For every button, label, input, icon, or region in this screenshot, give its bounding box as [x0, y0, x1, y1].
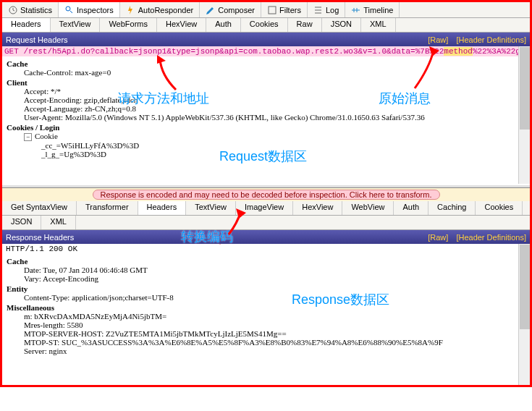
- header-definitions-link[interactable]: [Header Definitions]: [456, 35, 526, 44]
- svg-rect-2: [269, 7, 276, 14]
- clock-icon: [8, 5, 18, 15]
- response-headers-bar: Response Headers [Raw] [Header Definitio…: [2, 230, 530, 244]
- tree-item[interactable]: Content-Type: application/json;charset=U…: [24, 293, 525, 302]
- subtab-textview-resp[interactable]: TextView: [186, 201, 236, 215]
- tree-item[interactable]: MTOP-SERVER-HOST: Z2VuZTE5MTA1Mi5jbTMkMT…: [24, 329, 525, 338]
- subtab-json[interactable]: JSON: [322, 18, 361, 32]
- vertical-scrollbar[interactable]: [518, 244, 530, 385]
- subtab-auth-resp[interactable]: Auth: [394, 201, 428, 215]
- subtab-headers[interactable]: Headers: [2, 18, 51, 32]
- subtab-syntaxview[interactable]: Get SyntaxView: [2, 201, 77, 215]
- tree-item[interactable]: Server: nginx: [24, 347, 525, 355]
- tree-group-cache[interactable]: Cache: [7, 59, 525, 68]
- request-content-pane: GET /rest/h5Api.do?callback=jsonp1&type=…: [2, 46, 530, 184]
- main-tabbar: Statistics Inspectors AutoResponder Comp…: [2, 2, 530, 18]
- request-line-prefix: GET /rest/h5Api.do?callback=jsonp1&type=…: [4, 47, 444, 56]
- timeline-icon: [351, 5, 361, 15]
- tab-log[interactable]: Log: [308, 2, 345, 17]
- request-first-line[interactable]: GET /rest/h5Api.do?callback=jsonp1&type=…: [2, 46, 530, 56]
- request-headers-bar: Request Headers [Raw] [Header Definition…: [2, 33, 530, 46]
- response-status-line[interactable]: HTTP/1.1 200 OK: [2, 244, 530, 254]
- vertical-scrollbar[interactable]: [518, 46, 530, 184]
- bolt-icon: [126, 5, 136, 15]
- subtab-webforms[interactable]: WebForms: [100, 18, 157, 32]
- request-headers-tree: Cache Cache-Control: max-age=0 Client Ac…: [2, 56, 530, 160]
- tree-item[interactable]: User-Agent: Mozilla/5.0 (Windows NT 5.1)…: [24, 113, 525, 122]
- checkbox-icon: [267, 5, 277, 15]
- scroll-thumb[interactable]: [520, 245, 530, 329]
- response-subtabs: Get SyntaxView Transformer Headers TextV…: [2, 201, 530, 216]
- tab-autoresponder[interactable]: AutoResponder: [120, 2, 200, 17]
- tree-group-client[interactable]: Client: [7, 78, 525, 87]
- tab-composer[interactable]: Composer: [200, 2, 261, 17]
- decode-warning-bar: Response is encoded and may need to be d…: [2, 188, 530, 201]
- subtab-imageview[interactable]: ImageView: [236, 201, 293, 215]
- tree-item[interactable]: Date: Tue, 07 Jan 2014 06:46:48 GMT: [24, 266, 525, 274]
- tree-group-cookies[interactable]: Cookies / Login: [7, 123, 525, 132]
- subtab-json-resp[interactable]: JSON: [2, 216, 41, 229]
- raw-link-resp[interactable]: [Raw]: [428, 233, 448, 242]
- tab-label: Timeline: [363, 6, 393, 14]
- section-title: Response Headers: [6, 233, 74, 242]
- tree-group-cache-resp[interactable]: Cache: [7, 257, 525, 266]
- collapse-icon[interactable]: −: [24, 133, 32, 141]
- tab-label: Statistics: [20, 6, 52, 14]
- subtab-textview[interactable]: TextView: [51, 18, 101, 32]
- subtab-cookies[interactable]: Cookies: [241, 18, 288, 32]
- tab-timeline[interactable]: Timeline: [345, 2, 400, 17]
- tab-filters[interactable]: Filters: [261, 2, 308, 17]
- subtab-hexview[interactable]: HexView: [157, 18, 206, 32]
- tree-item[interactable]: Cache-Control: max-age=0: [24, 68, 525, 77]
- tree-item[interactable]: Mres-length: 5580: [24, 321, 525, 329]
- scroll-thumb[interactable]: [520, 47, 530, 130]
- tree-item[interactable]: m: bXRvcDAxMDA5NzEyMjA4Ni5jbTM=: [24, 312, 525, 321]
- subtab-xml[interactable]: XML: [361, 18, 396, 32]
- tree-item[interactable]: Accept: */*: [24, 87, 525, 96]
- subtab-caching[interactable]: Caching: [428, 201, 476, 215]
- response-content-pane: HTTP/1.1 200 OK Cache Date: Tue, 07 Jan …: [2, 244, 530, 385]
- response-headers-tree: Cache Date: Tue, 07 Jan 2014 06:46:48 GM…: [2, 254, 530, 357]
- request-line-highlight: method: [444, 47, 473, 56]
- tree-item[interactable]: Accept-Encoding: gzip,deflate,sdch: [24, 96, 525, 104]
- tab-statistics[interactable]: Statistics: [2, 2, 59, 17]
- subtab-webview[interactable]: WebView: [342, 201, 394, 215]
- tree-item[interactable]: _cc_=W5iHLLyFfA%3D%3D: [41, 141, 525, 150]
- tab-label: Inspectors: [77, 6, 114, 14]
- subtab-hexview-resp[interactable]: HexView: [293, 201, 342, 215]
- subtab-xml-resp[interactable]: XML: [41, 216, 76, 229]
- svg-point-1: [66, 7, 70, 11]
- list-icon: [313, 5, 324, 15]
- subtab-cookies-resp[interactable]: Cookies: [476, 201, 523, 215]
- tree-item[interactable]: Vary: Accept-Encoding: [24, 274, 525, 283]
- pencil-icon: [206, 5, 216, 15]
- tree-label: Cookie: [35, 132, 58, 140]
- magnify-icon: [64, 5, 75, 15]
- tree-item-cookie[interactable]: −Cookie: [24, 132, 525, 141]
- tree-group-misc[interactable]: Miscellaneous: [7, 303, 525, 312]
- tab-label: AutoResponder: [138, 6, 193, 14]
- tree-item[interactable]: Accept-Language: zh-CN,zh;q=0.8: [24, 104, 525, 113]
- subtab-transformer[interactable]: Transformer: [77, 201, 138, 215]
- tree-item[interactable]: MTOP-ST: SUC_%3ASUCCESS%3A%3A%E6%8E%A5%E…: [24, 338, 525, 347]
- section-title: Request Headers: [6, 35, 68, 44]
- tab-label: Filters: [279, 6, 301, 14]
- subtab-raw[interactable]: Raw: [288, 18, 322, 32]
- subtab-headers-resp[interactable]: Headers: [138, 201, 187, 215]
- subtab-auth[interactable]: Auth: [206, 18, 241, 32]
- tab-label: Composer: [218, 6, 255, 14]
- tree-item[interactable]: _l_g_=Ug%3D%3D: [41, 150, 525, 158]
- tab-inspectors[interactable]: Inspectors: [59, 2, 120, 17]
- raw-link[interactable]: [Raw]: [428, 35, 448, 44]
- response-subtabs-2: JSON XML: [2, 216, 530, 230]
- tab-label: Log: [326, 6, 339, 14]
- decode-warning-link[interactable]: Response is encoded and may need to be d…: [93, 190, 440, 200]
- request-subtabs: Headers TextView WebForms HexView Auth C…: [2, 18, 530, 33]
- tree-group-entity[interactable]: Entity: [7, 284, 525, 293]
- header-definitions-link-resp[interactable]: [Header Definitions]: [456, 233, 526, 242]
